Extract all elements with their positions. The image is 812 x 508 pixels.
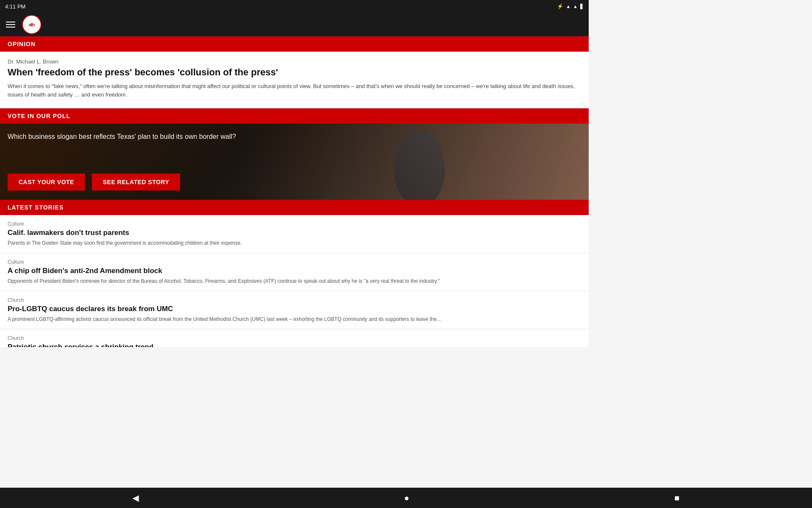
- cast-vote-button[interactable]: CAST YOUR VOTE: [8, 174, 85, 190]
- story-category-2: Culture: [8, 259, 581, 265]
- related-story-button[interactable]: SEE RELATED STORY: [92, 174, 180, 190]
- signal-icon: ▲: [573, 4, 578, 9]
- battery-icon: ▋: [580, 4, 584, 9]
- poll-question: Which business slogan best reflects Texa…: [8, 133, 270, 141]
- story-item-1[interactable]: Culture Calif. lawmakers don't trust par…: [0, 215, 589, 253]
- opinion-excerpt: When it comes to "fake news," often we'r…: [8, 82, 581, 100]
- status-bar: 4:11 PM ⚡ ▲ ▲ ▋: [0, 0, 589, 13]
- story-category-1: Culture: [8, 221, 581, 227]
- main-content: OPINION Dr. Michael L. Brown When 'freed…: [0, 36, 589, 347]
- story-title-1: Calif. lawmakers don't trust parents: [8, 228, 581, 237]
- wifi-icon: ▲: [566, 4, 571, 9]
- latest-stories-section-header: LATEST STORIES: [0, 200, 589, 215]
- story-title-3: Pro-LGBTQ caucus declares its break from…: [8, 304, 581, 314]
- story-item-4[interactable]: Church Patriotic church services a shrin…: [0, 329, 589, 347]
- logo-text: afn: [29, 22, 35, 27]
- story-excerpt-2: Opponents of President Biden's nominee f…: [8, 277, 581, 285]
- story-title-4: Patriotic church services a shrinking tr…: [8, 342, 581, 347]
- afn-logo[interactable]: afn: [22, 15, 41, 34]
- opinion-article[interactable]: Dr. Michael L. Brown When 'freedom of th…: [0, 52, 589, 108]
- poll-section-header: VOTE IN OUR POLL: [0, 108, 589, 124]
- latest-stories-list: Culture Calif. lawmakers don't trust par…: [0, 215, 589, 347]
- story-category-4: Church: [8, 335, 581, 341]
- story-title-2: A chip off Biden's anti-2nd Amendment bl…: [8, 266, 581, 276]
- top-nav: afn: [0, 13, 589, 36]
- story-excerpt-1: Parents in The Golden State may soon fin…: [8, 239, 581, 247]
- story-excerpt-3: A prominent LGBTQ-affirming activist cau…: [8, 315, 581, 323]
- opinion-section-header: OPINION: [0, 36, 589, 52]
- poll-content: Which business slogan best reflects Texa…: [0, 124, 589, 200]
- status-icons: ⚡ ▲ ▲ ▋: [557, 3, 584, 9]
- story-category-3: Church: [8, 297, 581, 303]
- story-item-2[interactable]: Culture A chip off Biden's anti-2nd Amen…: [0, 253, 589, 291]
- poll-buttons: CAST YOUR VOTE SEE RELATED STORY: [8, 174, 581, 190]
- opinion-title: When 'freedom of the press' becomes 'col…: [8, 66, 581, 79]
- poll-banner: Which business slogan best reflects Texa…: [0, 124, 589, 200]
- story-item-3[interactable]: Church Pro-LGBTQ caucus declares its bre…: [0, 291, 589, 329]
- bluetooth-icon: ⚡: [557, 3, 563, 9]
- menu-button[interactable]: [6, 22, 15, 28]
- time-display: 4:11 PM: [5, 3, 25, 10]
- opinion-author: Dr. Michael L. Brown: [8, 58, 581, 65]
